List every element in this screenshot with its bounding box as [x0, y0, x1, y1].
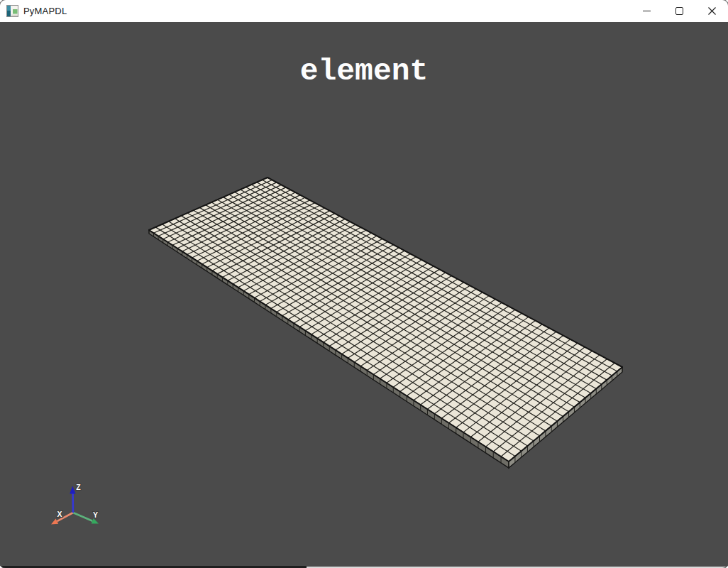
titlebar[interactable]: PyMAPDL: [0, 0, 728, 22]
minimize-button[interactable]: [630, 0, 663, 22]
axes-widget: X Y Z: [51, 483, 99, 525]
close-button[interactable]: [695, 0, 728, 22]
z-axis-arrowhead: [70, 486, 75, 494]
render-viewport[interactable]: element X Y Z: [0, 22, 728, 568]
x-axis-label: X: [57, 510, 62, 518]
pymapdl-window: PyMAPDL element: [0, 0, 728, 568]
element-mesh: [149, 178, 622, 468]
app-icon: [6, 5, 18, 17]
z-axis-label: Z: [76, 483, 81, 491]
minimize-icon: [643, 11, 651, 11]
y-axis-shaft: [73, 513, 92, 521]
scene-canvas[interactable]: X Y Z: [0, 22, 728, 568]
window-title: PyMAPDL: [23, 6, 67, 16]
close-icon: [708, 7, 716, 15]
y-axis-arrowhead: [92, 518, 99, 524]
window-controls: [630, 0, 728, 22]
y-axis-label: Y: [93, 510, 98, 519]
maximize-icon: [675, 7, 683, 15]
maximize-button[interactable]: [663, 0, 695, 22]
